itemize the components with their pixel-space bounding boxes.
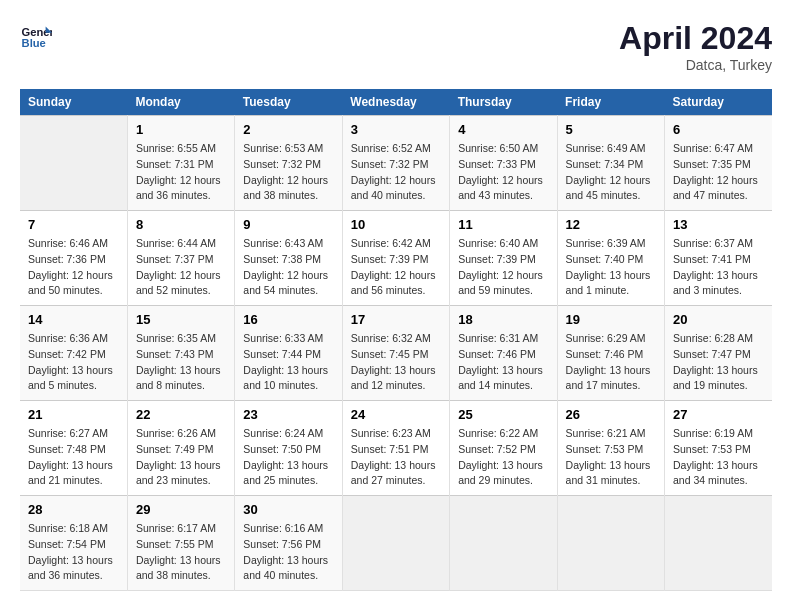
- calendar-cell: 4Sunrise: 6:50 AMSunset: 7:33 PMDaylight…: [450, 116, 557, 211]
- week-row-5: 28Sunrise: 6:18 AMSunset: 7:54 PMDayligh…: [20, 496, 772, 591]
- day-number: 25: [458, 407, 548, 422]
- day-info: Sunrise: 6:24 AMSunset: 7:50 PMDaylight:…: [243, 426, 333, 489]
- day-number: 1: [136, 122, 226, 137]
- day-number: 29: [136, 502, 226, 517]
- header-day-tuesday: Tuesday: [235, 89, 342, 116]
- day-info: Sunrise: 6:40 AMSunset: 7:39 PMDaylight:…: [458, 236, 548, 299]
- calendar-cell: [450, 496, 557, 591]
- day-info: Sunrise: 6:50 AMSunset: 7:33 PMDaylight:…: [458, 141, 548, 204]
- day-number: 6: [673, 122, 764, 137]
- calendar-cell: 1Sunrise: 6:55 AMSunset: 7:31 PMDaylight…: [127, 116, 234, 211]
- calendar-cell: 2Sunrise: 6:53 AMSunset: 7:32 PMDaylight…: [235, 116, 342, 211]
- week-row-3: 14Sunrise: 6:36 AMSunset: 7:42 PMDayligh…: [20, 306, 772, 401]
- calendar-cell: 6Sunrise: 6:47 AMSunset: 7:35 PMDaylight…: [665, 116, 772, 211]
- day-info: Sunrise: 6:49 AMSunset: 7:34 PMDaylight:…: [566, 141, 656, 204]
- day-number: 12: [566, 217, 656, 232]
- day-info: Sunrise: 6:22 AMSunset: 7:52 PMDaylight:…: [458, 426, 548, 489]
- header-row: SundayMondayTuesdayWednesdayThursdayFrid…: [20, 89, 772, 116]
- day-number: 22: [136, 407, 226, 422]
- header-day-wednesday: Wednesday: [342, 89, 449, 116]
- day-info: Sunrise: 6:47 AMSunset: 7:35 PMDaylight:…: [673, 141, 764, 204]
- day-number: 9: [243, 217, 333, 232]
- calendar-cell: 12Sunrise: 6:39 AMSunset: 7:40 PMDayligh…: [557, 211, 664, 306]
- day-number: 30: [243, 502, 333, 517]
- calendar-cell: 5Sunrise: 6:49 AMSunset: 7:34 PMDaylight…: [557, 116, 664, 211]
- day-number: 23: [243, 407, 333, 422]
- day-info: Sunrise: 6:35 AMSunset: 7:43 PMDaylight:…: [136, 331, 226, 394]
- day-info: Sunrise: 6:44 AMSunset: 7:37 PMDaylight:…: [136, 236, 226, 299]
- day-number: 15: [136, 312, 226, 327]
- day-number: 7: [28, 217, 119, 232]
- calendar-cell: 21Sunrise: 6:27 AMSunset: 7:48 PMDayligh…: [20, 401, 127, 496]
- day-info: Sunrise: 6:36 AMSunset: 7:42 PMDaylight:…: [28, 331, 119, 394]
- calendar-cell: 22Sunrise: 6:26 AMSunset: 7:49 PMDayligh…: [127, 401, 234, 496]
- day-info: Sunrise: 6:37 AMSunset: 7:41 PMDaylight:…: [673, 236, 764, 299]
- calendar-cell: 19Sunrise: 6:29 AMSunset: 7:46 PMDayligh…: [557, 306, 664, 401]
- calendar-cell: [342, 496, 449, 591]
- calendar-cell: 18Sunrise: 6:31 AMSunset: 7:46 PMDayligh…: [450, 306, 557, 401]
- day-number: 8: [136, 217, 226, 232]
- calendar-cell: [665, 496, 772, 591]
- day-number: 10: [351, 217, 441, 232]
- calendar-cell: 13Sunrise: 6:37 AMSunset: 7:41 PMDayligh…: [665, 211, 772, 306]
- calendar-cell: 29Sunrise: 6:17 AMSunset: 7:55 PMDayligh…: [127, 496, 234, 591]
- day-number: 4: [458, 122, 548, 137]
- calendar-cell: 20Sunrise: 6:28 AMSunset: 7:47 PMDayligh…: [665, 306, 772, 401]
- calendar-cell: 9Sunrise: 6:43 AMSunset: 7:38 PMDaylight…: [235, 211, 342, 306]
- calendar-cell: 25Sunrise: 6:22 AMSunset: 7:52 PMDayligh…: [450, 401, 557, 496]
- calendar-cell: 24Sunrise: 6:23 AMSunset: 7:51 PMDayligh…: [342, 401, 449, 496]
- day-info: Sunrise: 6:17 AMSunset: 7:55 PMDaylight:…: [136, 521, 226, 584]
- calendar-cell: 11Sunrise: 6:40 AMSunset: 7:39 PMDayligh…: [450, 211, 557, 306]
- day-number: 19: [566, 312, 656, 327]
- svg-text:Blue: Blue: [22, 37, 46, 49]
- day-info: Sunrise: 6:26 AMSunset: 7:49 PMDaylight:…: [136, 426, 226, 489]
- day-number: 28: [28, 502, 119, 517]
- calendar-cell: 17Sunrise: 6:32 AMSunset: 7:45 PMDayligh…: [342, 306, 449, 401]
- calendar-cell: [20, 116, 127, 211]
- header-day-saturday: Saturday: [665, 89, 772, 116]
- day-info: Sunrise: 6:55 AMSunset: 7:31 PMDaylight:…: [136, 141, 226, 204]
- day-info: Sunrise: 6:33 AMSunset: 7:44 PMDaylight:…: [243, 331, 333, 394]
- calendar-cell: 3Sunrise: 6:52 AMSunset: 7:32 PMDaylight…: [342, 116, 449, 211]
- calendar-cell: 27Sunrise: 6:19 AMSunset: 7:53 PMDayligh…: [665, 401, 772, 496]
- calendar-cell: 16Sunrise: 6:33 AMSunset: 7:44 PMDayligh…: [235, 306, 342, 401]
- calendar-cell: 15Sunrise: 6:35 AMSunset: 7:43 PMDayligh…: [127, 306, 234, 401]
- day-number: 27: [673, 407, 764, 422]
- day-info: Sunrise: 6:43 AMSunset: 7:38 PMDaylight:…: [243, 236, 333, 299]
- calendar-cell: 30Sunrise: 6:16 AMSunset: 7:56 PMDayligh…: [235, 496, 342, 591]
- calendar-cell: 8Sunrise: 6:44 AMSunset: 7:37 PMDaylight…: [127, 211, 234, 306]
- week-row-2: 7Sunrise: 6:46 AMSunset: 7:36 PMDaylight…: [20, 211, 772, 306]
- day-info: Sunrise: 6:28 AMSunset: 7:47 PMDaylight:…: [673, 331, 764, 394]
- header-day-friday: Friday: [557, 89, 664, 116]
- day-info: Sunrise: 6:39 AMSunset: 7:40 PMDaylight:…: [566, 236, 656, 299]
- day-info: Sunrise: 6:23 AMSunset: 7:51 PMDaylight:…: [351, 426, 441, 489]
- week-row-4: 21Sunrise: 6:27 AMSunset: 7:48 PMDayligh…: [20, 401, 772, 496]
- day-number: 3: [351, 122, 441, 137]
- day-number: 24: [351, 407, 441, 422]
- day-info: Sunrise: 6:29 AMSunset: 7:46 PMDaylight:…: [566, 331, 656, 394]
- calendar-body: 1Sunrise: 6:55 AMSunset: 7:31 PMDaylight…: [20, 116, 772, 591]
- calendar-cell: 14Sunrise: 6:36 AMSunset: 7:42 PMDayligh…: [20, 306, 127, 401]
- day-number: 20: [673, 312, 764, 327]
- header-day-thursday: Thursday: [450, 89, 557, 116]
- calendar-table: SundayMondayTuesdayWednesdayThursdayFrid…: [20, 89, 772, 591]
- day-info: Sunrise: 6:32 AMSunset: 7:45 PMDaylight:…: [351, 331, 441, 394]
- logo-icon: General Blue: [20, 20, 52, 52]
- day-info: Sunrise: 6:21 AMSunset: 7:53 PMDaylight:…: [566, 426, 656, 489]
- location: Datca, Turkey: [619, 57, 772, 73]
- day-number: 2: [243, 122, 333, 137]
- month-title: April 2024: [619, 20, 772, 57]
- day-info: Sunrise: 6:53 AMSunset: 7:32 PMDaylight:…: [243, 141, 333, 204]
- calendar-cell: [557, 496, 664, 591]
- day-number: 5: [566, 122, 656, 137]
- day-number: 18: [458, 312, 548, 327]
- day-number: 26: [566, 407, 656, 422]
- day-info: Sunrise: 6:31 AMSunset: 7:46 PMDaylight:…: [458, 331, 548, 394]
- day-info: Sunrise: 6:19 AMSunset: 7:53 PMDaylight:…: [673, 426, 764, 489]
- day-info: Sunrise: 6:27 AMSunset: 7:48 PMDaylight:…: [28, 426, 119, 489]
- calendar-cell: 26Sunrise: 6:21 AMSunset: 7:53 PMDayligh…: [557, 401, 664, 496]
- calendar-cell: 10Sunrise: 6:42 AMSunset: 7:39 PMDayligh…: [342, 211, 449, 306]
- title-block: April 2024 Datca, Turkey: [619, 20, 772, 73]
- header-day-sunday: Sunday: [20, 89, 127, 116]
- day-number: 16: [243, 312, 333, 327]
